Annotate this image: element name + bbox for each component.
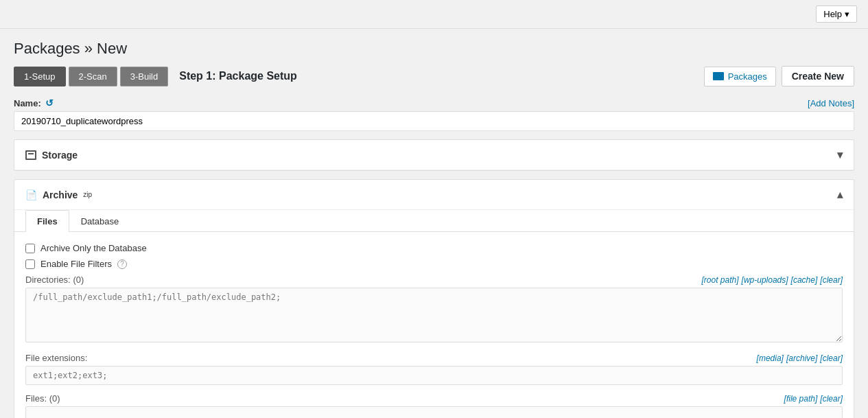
chevron-down-icon: ▾ [845,9,849,19]
name-label-text: Name: [14,98,41,108]
step-3-button[interactable]: 3-Build [120,67,168,86]
enable-file-filters-checkbox[interactable] [25,259,35,269]
step-1-button[interactable]: 1-Setup [14,67,66,86]
files-clear-link[interactable]: [clear] [820,394,843,404]
extensions-clear-link[interactable]: [clear] [820,353,843,363]
directories-label: Directories: (0) [25,275,84,285]
archive-only-db-checkbox[interactable] [25,244,35,253]
refresh-icon[interactable]: ↺ [45,97,54,108]
storage-panel-title: Storage [25,150,78,161]
directories-clear-link[interactable]: [clear] [820,275,843,285]
directories-header: Directories: (0) [root path] [wp-uploads… [25,275,843,285]
step-heading: Step 1: Package Setup [179,70,297,82]
files-field: Files: (0) [file path] [clear] [25,393,843,418]
archive-link[interactable]: [archive] [786,353,817,363]
help-circle-icon[interactable]: ? [117,259,127,269]
packages-label: Packages [728,71,767,82]
file-extensions-links: [media] [archive] [clear] [757,353,843,363]
name-section: Name: ↺ [Add Notes] [14,97,854,131]
archive-superscript: zip [83,191,92,198]
create-new-button[interactable]: Create New [782,66,854,86]
chevron-down-icon: ▾ [837,148,843,161]
help-label: Help [823,9,842,19]
step-bar: 1-Setup 2-Scan 3-Build Step 1: Package S… [14,66,854,86]
file-path-link[interactable]: [file path] [784,394,818,404]
step-actions: Packages Create New [704,66,854,86]
files-input[interactable] [25,406,843,418]
enable-file-filters-label: Enable File Filters [40,259,112,269]
step-2-button[interactable]: 2-Scan [69,67,117,86]
tab-database[interactable]: Database [69,210,131,232]
files-links: [file path] [clear] [784,394,843,404]
directories-field: Directories: (0) [root path] [wp-uploads… [25,275,843,345]
storage-panel-header[interactable]: Storage ▾ [14,140,854,170]
archive-title-text: Archive [43,189,78,200]
page-title: Packages » New [0,29,868,66]
name-input[interactable] [14,111,854,131]
name-label-row: Name: ↺ [Add Notes] [14,97,854,108]
archive-panel-title: 📄 Archive zip [25,189,92,200]
archive-only-db-label: Archive Only the Database [40,243,147,253]
file-extensions-label: File extensions: [25,353,87,363]
help-button[interactable]: Help ▾ [816,5,857,23]
file-extensions-input[interactable] [25,366,843,385]
files-label: Files: (0) [25,393,60,404]
file-extensions-header: File extensions: [media] [archive] [clea… [25,353,843,363]
top-bar: Help ▾ [0,0,868,29]
storage-panel: Storage ▾ [14,139,854,171]
tab-files[interactable]: Files [25,210,69,232]
enable-file-filters-row: Enable File Filters ? [25,259,843,269]
file-extensions-field: File extensions: [media] [archive] [clea… [25,353,843,385]
archive-panel: 📄 Archive zip ▴ Files Database [14,179,854,418]
media-link[interactable]: [media] [757,353,784,363]
archive-panel-header[interactable]: 📄 Archive zip ▴ [14,180,854,210]
packages-button[interactable]: Packages [704,67,776,86]
chevron-up-icon: ▴ [837,188,843,201]
root-path-link[interactable]: [root path] [702,275,739,285]
archive-tabs: Files Database [14,210,854,232]
files-header: Files: (0) [file path] [clear] [25,393,843,404]
archive-panel-body: Files Database Archive Only the Database… [14,210,854,418]
wp-uploads-link[interactable]: [wp-uploads] [742,275,788,285]
files-tab-content: Archive Only the Database Enable File Fi… [14,232,854,418]
directories-textarea[interactable] [25,288,843,342]
storage-title-text: Storage [42,150,78,161]
storage-icon [25,150,36,160]
archive-file-icon: 📄 [25,189,37,200]
packages-icon [713,72,724,80]
cache-link[interactable]: [cache] [791,275,818,285]
directories-links: [root path] [wp-uploads] [cache] [clear] [702,275,843,285]
add-notes-link[interactable]: [Add Notes] [808,98,854,108]
archive-only-db-row: Archive Only the Database [25,243,843,253]
